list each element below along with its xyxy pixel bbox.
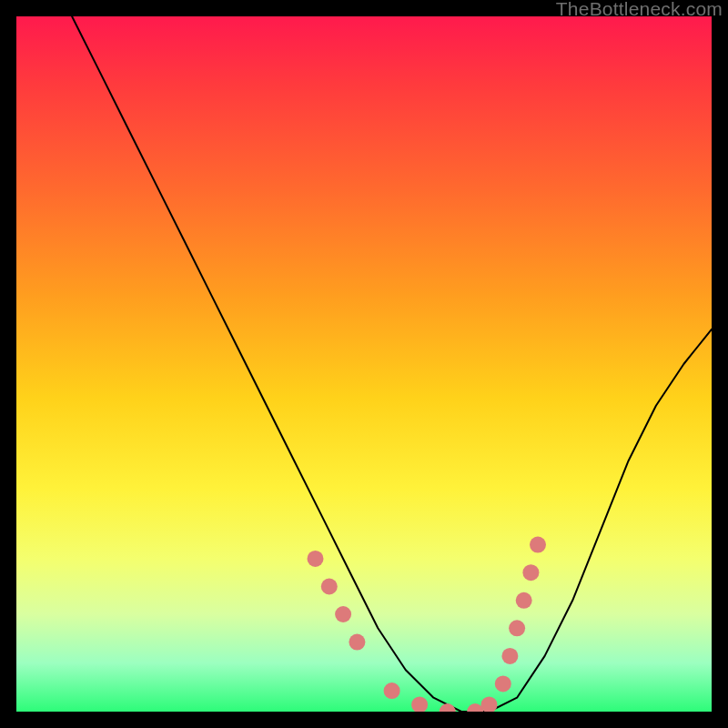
highlight-dot: [516, 592, 532, 609]
watermark-text: TheBottleneck.com: [556, 0, 723, 20]
highlight-dot: [411, 696, 428, 712]
highlight-dot: [467, 703, 483, 712]
highlight-dot: [349, 634, 365, 651]
chart-frame: [16, 16, 712, 712]
highlight-dot: [384, 682, 400, 699]
chart-svg: [16, 16, 712, 712]
highlight-dot: [308, 551, 324, 567]
highlight-dot: [335, 606, 351, 622]
curve-layer: [72, 16, 712, 712]
highlight-dot: [495, 675, 511, 692]
highlight-dot: [481, 696, 498, 712]
bottleneck-curve: [72, 16, 712, 712]
highlight-dot: [509, 620, 525, 636]
highlight-dot: [530, 537, 546, 553]
highlight-dot: [440, 703, 456, 712]
dots-layer: [308, 537, 547, 712]
highlight-dot: [501, 648, 518, 664]
highlight-dot: [522, 564, 539, 581]
highlight-dot: [321, 579, 338, 595]
